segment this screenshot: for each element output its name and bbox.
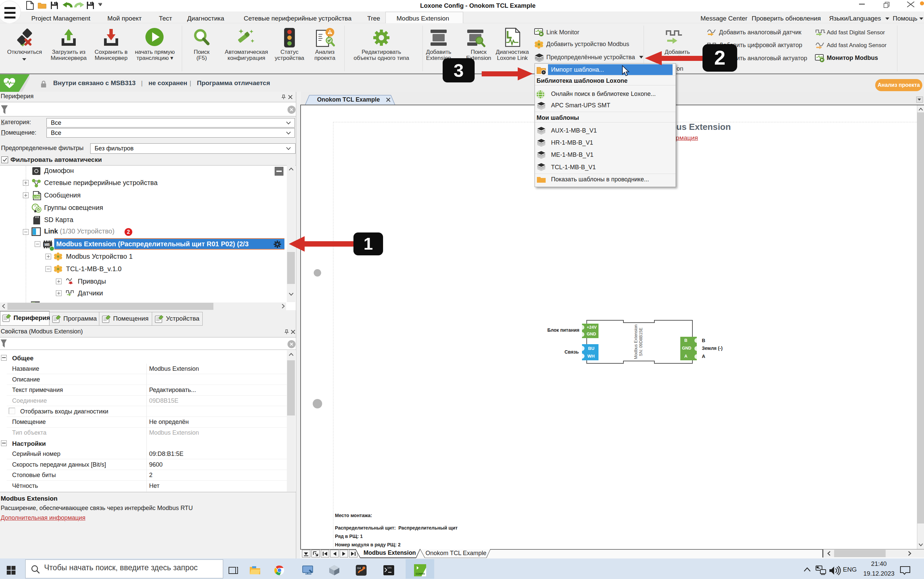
svg-text:LOG: LOG — [34, 195, 40, 198]
svg-text:H: H — [38, 209, 39, 211]
svg-text:CONFIG: CONFIG — [416, 572, 425, 575]
svg-text:DIN: DIN — [387, 566, 392, 569]
svg-text:MB: MB — [44, 243, 50, 247]
svg-text:G4: G4 — [357, 566, 361, 569]
